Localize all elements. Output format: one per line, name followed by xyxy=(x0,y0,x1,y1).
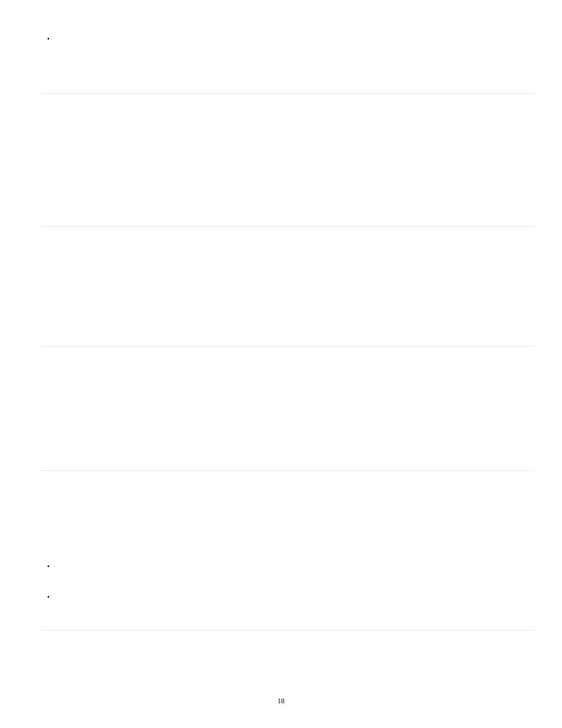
content-area xyxy=(41,33,534,631)
bottom-bullet-list xyxy=(47,561,534,599)
list-item xyxy=(47,561,534,569)
top-bullet-list xyxy=(47,33,534,41)
document-page: 18 xyxy=(0,0,562,728)
list-item xyxy=(47,33,534,41)
section-spacer xyxy=(41,347,534,470)
section-divider xyxy=(41,630,534,631)
section-spacer xyxy=(41,227,534,346)
page-number: 18 xyxy=(277,697,285,706)
section-spacer xyxy=(41,94,534,226)
section-spacer xyxy=(41,471,534,561)
list-item xyxy=(47,591,534,599)
